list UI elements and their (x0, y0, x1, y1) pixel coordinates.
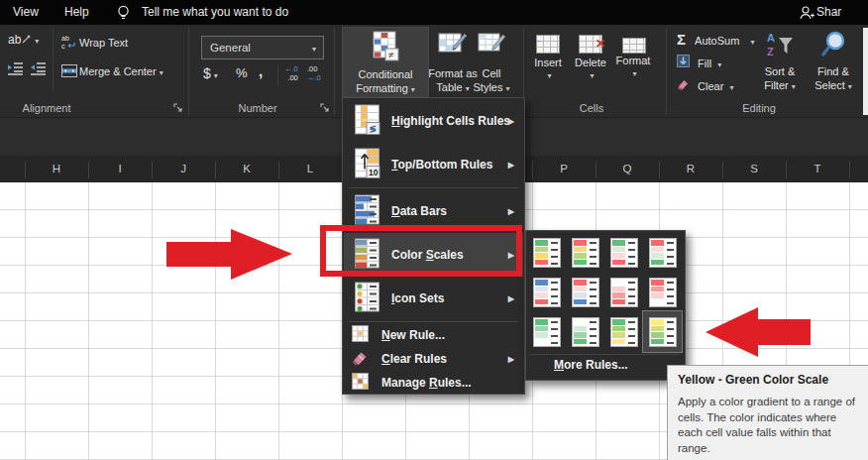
title-bar: View Help Tell me what you want to do Sh… (0, 0, 868, 25)
alignment-dialog-launcher-icon[interactable] (173, 103, 183, 113)
submenu-arrow-icon: ▶ (508, 355, 514, 364)
swatch-blue-white-red[interactable] (533, 278, 561, 307)
swatch-green-yellow-red[interactable] (533, 238, 561, 268)
autosum-button[interactable]: Σ AutoSum ▾ (677, 31, 754, 48)
swatch-green-yellow[interactable] (610, 317, 638, 347)
menu-item-new-rule[interactable]: New Rule... (344, 323, 523, 347)
top-bottom-rules-icon: 10 (352, 148, 383, 182)
swatch-white-red[interactable] (610, 278, 638, 307)
data-bars-icon (352, 194, 383, 229)
insert-cells-button[interactable]: ← Insert ▾ (526, 32, 570, 97)
tell-me-box[interactable]: Tell me what you want to do (142, 0, 288, 25)
chevron-down-icon: ▾ (160, 68, 163, 77)
column-header-R[interactable]: R (687, 156, 695, 182)
icon-sets-icon (352, 282, 383, 316)
menu-view[interactable]: View (13, 0, 39, 25)
currency-format-button[interactable]: $▾ (203, 65, 218, 81)
sigma-icon: Σ (677, 31, 686, 48)
tooltip: Yellow - Green Color Scale Apply a color… (667, 365, 868, 460)
excel-window: View Help Tell me what you want to do Sh… (0, 0, 868, 460)
menu-item-clear-rules[interactable]: Clear Rules▶ (344, 347, 523, 371)
increase-indent-button[interactable] (30, 61, 47, 77)
column-header-S[interactable]: S (750, 156, 758, 182)
swatch-gradient (612, 240, 625, 266)
format-cells-button[interactable]: ↔ Format ▾ (611, 32, 655, 97)
column-header-H[interactable]: H (53, 156, 60, 182)
fill-button[interactable]: Fill ▾ (677, 55, 721, 69)
share-person-icon (799, 5, 814, 24)
column-header-P[interactable]: P (560, 156, 568, 182)
swatch-white-green[interactable] (572, 317, 599, 347)
swatch-gradient (612, 280, 625, 305)
swatch-red-white-blue[interactable] (572, 278, 599, 307)
sort-filter-button[interactable]: AZ Sort & Filter▾ (753, 27, 807, 97)
number-dialog-launcher-icon[interactable] (320, 103, 330, 113)
number-format-select[interactable]: General ▾ (201, 36, 324, 59)
column-header-L[interactable]: L (307, 156, 313, 182)
percent-format-button[interactable]: % (236, 65, 248, 80)
clear-button[interactable]: Clear ▾ (677, 77, 733, 92)
menu-item-label: New Rule... (381, 328, 445, 342)
menu-item-top-bottom-rules[interactable]: 10Top/Bottom Rules▶ (344, 143, 523, 186)
menu-item-manage-rules[interactable]: Manage Rules... (344, 371, 523, 395)
eraser-icon (677, 80, 690, 92)
window-edge (863, 28, 868, 115)
swatch-gradient (651, 240, 664, 266)
conditional-formatting-label2: Formatting▾ (343, 81, 428, 97)
insert-label: Insert (526, 56, 570, 69)
swatch-gradient (574, 319, 587, 345)
merge-center-button[interactable]: Merge & Center▾ (79, 65, 163, 77)
column-header-J[interactable]: J (180, 156, 186, 182)
find-select-button[interactable]: Find & Select▾ (807, 27, 860, 97)
swatch-green-white[interactable] (533, 317, 561, 347)
decrease-indent-button[interactable] (7, 61, 24, 77)
svg-text:≶: ≶ (370, 124, 378, 134)
swatch-gradient (651, 319, 664, 345)
column-header-I[interactable]: I (118, 156, 121, 182)
svg-text:≠: ≠ (388, 50, 394, 60)
column-header-Q[interactable]: Q (623, 156, 632, 182)
cell-styles-button[interactable]: Cell Styles▾ (464, 27, 519, 97)
wrap-text-button[interactable]: Wrap Text (79, 37, 128, 49)
highlight-cells-rules-icon: ≶ (352, 104, 383, 139)
cell-styles-label: Cell (464, 66, 519, 80)
swatch-red-white-green[interactable] (649, 238, 677, 268)
number-group-label: Number (238, 101, 276, 116)
sort-filter-label: Sort & (753, 64, 807, 78)
swatch-red-yellow-green[interactable] (572, 238, 599, 268)
menu-help[interactable]: Help (64, 0, 89, 25)
chevron-down-icon: ▾ (614, 67, 655, 81)
swatch-green-white-red[interactable] (610, 238, 638, 268)
sort-filter-label2: Filter▾ (753, 78, 807, 94)
chevron-down-icon: ▾ (572, 69, 612, 83)
orientation-button[interactable]: ab▾ (8, 33, 39, 47)
share-button[interactable]: Shar (816, 0, 841, 25)
chevron-down-icon: ▾ (505, 84, 509, 93)
conditional-formatting-label: Conditional (343, 67, 428, 81)
separator (277, 64, 278, 86)
menu-item-icon-sets[interactable]: Icon Sets▶ (344, 277, 523, 320)
conditional-formatting-button[interactable]: ≠ Conditional Formatting▾ (342, 27, 429, 97)
chevron-down-icon: ▾ (214, 71, 218, 80)
decrease-decimal-button[interactable]: .00→.0 (307, 64, 321, 82)
menu-item-highlight-cells-rules[interactable]: ≶Highlight Cells Rules▶ (344, 99, 523, 143)
svg-text:ab: ab (61, 35, 69, 42)
delete-cells-button[interactable]: ✕ Delete ▾ (569, 32, 612, 97)
column-header-K[interactable]: K (243, 156, 251, 182)
swatch-yellow-green-selected[interactable] (649, 317, 677, 347)
more-rules-button[interactable]: More Rules... (554, 358, 628, 372)
chevron-down-icon: ▾ (792, 82, 796, 91)
comma-format-button[interactable]: , (259, 62, 263, 79)
increase-decimal-button[interactable]: ←.0.00 (284, 64, 298, 82)
chevron-down-icon: ▾ (35, 37, 39, 46)
menu-item-label: Highlight Cells Rules (391, 114, 510, 128)
annotation-arrow-right-pointing (166, 242, 232, 267)
tooltip-title: Yellow - Green Color Scale (678, 373, 860, 387)
swatch-red-white[interactable] (649, 278, 677, 307)
column-header-T[interactable]: T (814, 156, 820, 182)
swatch-gradient (574, 280, 587, 305)
menu-item-label: Clear Rules (381, 352, 447, 366)
chevron-down-icon: ▾ (848, 82, 852, 91)
annotation-arrow-left-head (705, 307, 758, 357)
delete-icon: ✕ (579, 35, 602, 54)
